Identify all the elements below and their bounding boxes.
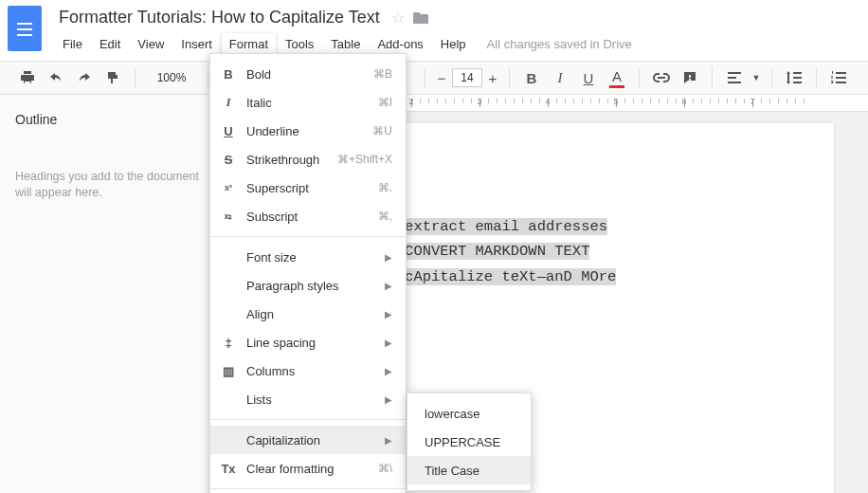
font-size-input[interactable]: 14 bbox=[452, 68, 482, 87]
format-capitalization[interactable]: Capitalization▶ bbox=[210, 426, 406, 454]
title-bar: Formatter Tutorials: How to Capitalize T… bbox=[0, 0, 868, 61]
format-underline[interactable]: UUnderline⌘U bbox=[210, 117, 406, 145]
format-menu: BBold⌘BIItalic⌘IUUnderline⌘USStrikethrou… bbox=[209, 53, 407, 493]
menu-format[interactable]: Format bbox=[222, 33, 276, 55]
format-align[interactable]: Align▶ bbox=[210, 300, 406, 328]
menu-table[interactable]: Table bbox=[323, 33, 368, 55]
paint-format-icon[interactable] bbox=[100, 65, 125, 90]
capitalization-lowercase[interactable]: lowercase bbox=[407, 399, 531, 428]
redo-icon[interactable] bbox=[72, 65, 97, 90]
format-clear-formatting[interactable]: TxClear formatting⌘\ bbox=[210, 454, 406, 483]
outline-help-text: Headings you add to the document will ap… bbox=[15, 169, 202, 201]
save-status: All changes saved in Drive bbox=[487, 37, 632, 51]
menu-file[interactable]: File bbox=[55, 33, 90, 55]
folder-icon[interactable] bbox=[412, 11, 429, 25]
numbered-list-icon[interactable] bbox=[826, 65, 851, 90]
print-icon[interactable] bbox=[15, 65, 40, 90]
italic-icon[interactable]: I bbox=[548, 65, 572, 90]
capitalization-uppercase[interactable]: UPPERCASE bbox=[407, 428, 531, 456]
zoom-select[interactable]: 100% bbox=[145, 71, 198, 84]
align-dropdown-icon[interactable]: ▼ bbox=[750, 65, 762, 90]
insert-comment-icon[interactable] bbox=[678, 65, 702, 90]
menu-add-ons[interactable]: Add-ons bbox=[370, 33, 430, 55]
align-left-icon[interactable] bbox=[722, 65, 747, 90]
menu-view[interactable]: View bbox=[130, 33, 172, 55]
bold-icon[interactable]: B bbox=[519, 65, 544, 90]
document-title[interactable]: Formatter Tutorials: How to Capitalize T… bbox=[55, 6, 384, 29]
docs-logo-icon[interactable] bbox=[8, 6, 42, 51]
menu-edit[interactable]: Edit bbox=[92, 33, 128, 55]
capitalization-title-case[interactable]: Title Case bbox=[407, 456, 531, 484]
format-subscript[interactable]: x₂Subscript⌘, bbox=[210, 202, 406, 230]
format-italic[interactable]: IItalic⌘I bbox=[210, 88, 406, 117]
menu-help[interactable]: Help bbox=[433, 33, 474, 55]
format-bold[interactable]: BBold⌘B bbox=[210, 60, 406, 88]
format-line-spacing[interactable]: ‡Line spacing▶ bbox=[210, 328, 406, 356]
outline-heading: Outline bbox=[15, 112, 202, 127]
format-columns[interactable]: ▥Columns▶ bbox=[210, 356, 406, 385]
text-color-icon[interactable]: A bbox=[605, 65, 629, 90]
menu-bar: FileEditViewInsertFormatToolsTableAdd-on… bbox=[55, 29, 860, 61]
format-superscript[interactable]: x²Superscript⌘. bbox=[210, 173, 406, 202]
star-icon[interactable]: ☆ bbox=[391, 9, 405, 27]
capitalization-submenu: lowercaseUPPERCASETitle Case bbox=[407, 393, 532, 491]
toolbar: 100% − 14 + B I U A ▼ bbox=[0, 61, 868, 95]
underline-icon[interactable]: U bbox=[576, 65, 601, 90]
menu-insert[interactable]: Insert bbox=[173, 33, 220, 55]
format-lists[interactable]: Lists▶ bbox=[210, 385, 406, 413]
outline-panel: Outline Headings you add to the document… bbox=[0, 95, 218, 493]
undo-icon[interactable] bbox=[44, 65, 68, 90]
format-strikethrough[interactable]: SStrikethrough⌘+Shift+X bbox=[210, 145, 406, 173]
font-size-decrease[interactable]: − bbox=[435, 65, 448, 90]
menu-tools[interactable]: Tools bbox=[278, 33, 321, 55]
format-font-size[interactable]: Font size▶ bbox=[210, 243, 406, 271]
insert-link-icon[interactable] bbox=[649, 65, 674, 90]
font-size-increase[interactable]: + bbox=[486, 65, 499, 90]
format-paragraph-styles[interactable]: Paragraph styles▶ bbox=[210, 271, 406, 300]
line-spacing-icon[interactable] bbox=[782, 65, 806, 90]
